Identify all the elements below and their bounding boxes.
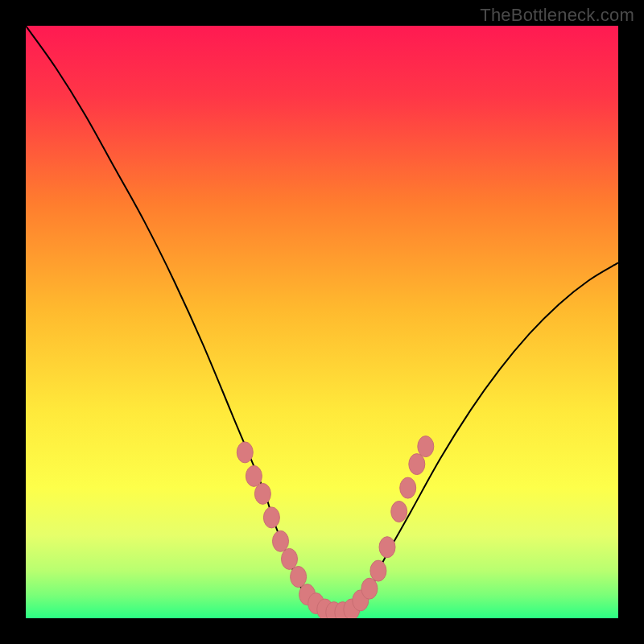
curve-marker (237, 442, 253, 463)
curve-marker (273, 530, 289, 551)
chart-frame: TheBottleneck.com (0, 0, 644, 644)
curve-marker (254, 483, 270, 504)
curve-marker (263, 507, 279, 528)
curve-marker (246, 465, 262, 486)
gradient-background (26, 26, 618, 618)
watermark-text: TheBottleneck.com (480, 5, 634, 26)
curve-marker (361, 578, 378, 599)
curve-marker (379, 537, 395, 558)
curve-marker (418, 436, 434, 457)
curve-marker (400, 477, 416, 498)
plot-area (26, 26, 618, 618)
curve-marker (370, 560, 386, 581)
curve-marker (291, 567, 307, 588)
curve-marker (409, 454, 425, 475)
chart-svg (26, 26, 618, 618)
curve-marker (391, 502, 407, 522)
curve-marker (282, 548, 298, 569)
